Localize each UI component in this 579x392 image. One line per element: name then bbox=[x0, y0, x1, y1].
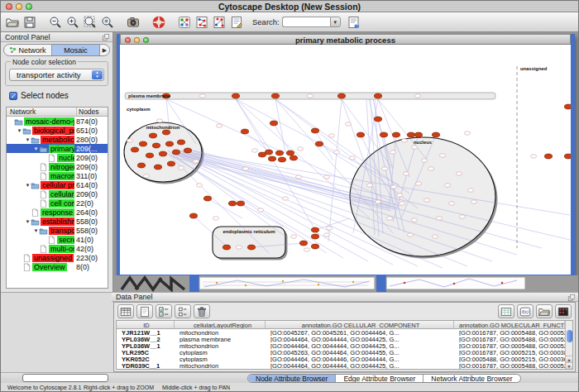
network-node[interactable] bbox=[432, 132, 439, 137]
table-cell[interactable]: YPL036W__2 bbox=[117, 336, 175, 342]
network-node-label[interactable] bbox=[411, 146, 417, 149]
vizmapper-button[interactable] bbox=[176, 14, 193, 31]
import-button[interactable] bbox=[346, 14, 362, 31]
network-node[interactable] bbox=[241, 129, 248, 134]
network-node-label[interactable] bbox=[216, 124, 222, 127]
network-node[interactable] bbox=[172, 150, 179, 155]
network-node[interactable] bbox=[167, 161, 175, 166]
network-node[interactable] bbox=[270, 121, 277, 126]
network-node-label[interactable] bbox=[178, 166, 184, 170]
search-dropdown-icon[interactable]: ▾ bbox=[330, 17, 341, 27]
network-node-label[interactable] bbox=[381, 167, 387, 170]
zoom-in-button[interactable] bbox=[65, 14, 81, 31]
tree-row[interactable]: ▼cellular process614(0) bbox=[7, 180, 108, 189]
tree-row[interactable]: multi-organism pro42(0) bbox=[7, 244, 108, 253]
network-node-label[interactable] bbox=[403, 172, 409, 175]
table-cell[interactable]: [GO:0044464, GO:0044444, GO:0044425, G..… bbox=[266, 362, 454, 369]
network-node-label[interactable] bbox=[199, 94, 205, 98]
table-cell[interactable]: [GO:0016787, GO:0005488, GO:0005215, G..… bbox=[454, 342, 565, 349]
network-node[interactable] bbox=[223, 245, 230, 250]
network-node[interactable] bbox=[564, 154, 571, 159]
network-node-label[interactable] bbox=[307, 94, 313, 98]
network-node[interactable] bbox=[139, 141, 146, 146]
tree-row[interactable]: secretion41(0) bbox=[7, 235, 108, 244]
network-node[interactable] bbox=[237, 201, 244, 206]
network-node-label[interactable] bbox=[242, 167, 248, 170]
network-node[interactable] bbox=[275, 151, 283, 155]
network-node[interactable] bbox=[311, 227, 318, 232]
network-node-label[interactable] bbox=[407, 233, 413, 237]
table-cell[interactable]: [GO:0045267, GO:0045261, GO:0044464, G..… bbox=[266, 329, 454, 336]
network-duplicate-button[interactable] bbox=[211, 14, 227, 31]
tree-row[interactable]: ▼metabolic process280(0) bbox=[7, 135, 108, 144]
table-row[interactable]: YJR121W__1mitochondrion[GO:0045267, GO:0… bbox=[117, 329, 565, 336]
network-node[interactable] bbox=[271, 93, 279, 98]
expander-icon[interactable]: ▼ bbox=[33, 146, 39, 151]
table-cell[interactable]: [GO:0016787, GO:0005488, GO:0005215, G..… bbox=[454, 329, 565, 336]
float-data-panel-icon[interactable] bbox=[567, 294, 576, 302]
table-cell[interactable]: [GO:0016787, GO:0005215, GO:0003824, G..… bbox=[454, 349, 565, 356]
network-node-label[interactable] bbox=[436, 217, 442, 220]
network-node-label[interactable] bbox=[421, 159, 427, 162]
table-cell[interactable]: [GO:0005488, GO:0005215, GO:0003674] bbox=[454, 356, 565, 362]
network-node-label[interactable] bbox=[428, 167, 433, 170]
tree-row[interactable]: macromolecule311(0) bbox=[7, 171, 108, 180]
network-node-label[interactable] bbox=[396, 194, 402, 197]
network-node[interactable] bbox=[392, 132, 400, 137]
table-cell[interactable]: mitochondrion bbox=[175, 362, 266, 369]
tree-row[interactable]: mosaic-demo-yeast874(0) bbox=[7, 117, 108, 126]
network-node-label[interactable] bbox=[251, 149, 257, 152]
network-node-label[interactable] bbox=[415, 182, 421, 185]
tab-edge-attribute-browser[interactable]: Edge Attribute Browser bbox=[335, 375, 423, 382]
network-node-label[interactable] bbox=[323, 175, 329, 179]
table-column-header[interactable]: annotation.GO MOLECULAR_FUNCTION bbox=[454, 321, 565, 329]
zoom-fit-button[interactable] bbox=[99, 14, 116, 31]
table-cell[interactable]: mitochondrion bbox=[175, 342, 266, 349]
network-node[interactable] bbox=[189, 213, 197, 218]
network-node[interactable] bbox=[131, 147, 138, 152]
table-cell[interactable]: cytoplasm bbox=[175, 356, 266, 362]
network-node-label[interactable] bbox=[411, 218, 417, 222]
table-cell[interactable]: mitochondrion bbox=[175, 329, 266, 336]
table-cell[interactable]: YJR121W__1 bbox=[117, 329, 175, 336]
network-node-label[interactable] bbox=[464, 131, 470, 135]
open-button[interactable] bbox=[4, 14, 21, 31]
network-node-label[interactable] bbox=[439, 154, 445, 157]
table-row[interactable]: YPL036W__1mitochondrion[GO:0044464, GO:0… bbox=[117, 342, 565, 349]
network-node[interactable] bbox=[311, 128, 318, 133]
tab-mosaic[interactable]: Mosaic bbox=[51, 45, 99, 55]
tree-row[interactable]: ▼establishment of lo558(0) bbox=[7, 217, 108, 226]
expander-icon[interactable]: ▼ bbox=[25, 219, 31, 224]
network-node-label[interactable] bbox=[328, 134, 334, 137]
attribute-delete-button[interactable] bbox=[194, 304, 210, 318]
tab-node-attribute-browser[interactable]: Node Attribute Browser bbox=[248, 375, 335, 382]
network-canvas[interactable]: plasma membranecytoplasmmitochondrionnuc… bbox=[120, 45, 571, 275]
network-node-label[interactable] bbox=[448, 202, 454, 205]
network-node-label[interactable] bbox=[444, 184, 450, 187]
network-node-label[interactable] bbox=[366, 184, 372, 187]
network-node-label[interactable] bbox=[297, 147, 303, 151]
table-scrollbar[interactable]: ▲ ▼ bbox=[565, 321, 572, 369]
node-color-dropdown[interactable]: transporter activity ▲▼ bbox=[9, 69, 104, 81]
network-node[interactable] bbox=[337, 93, 345, 98]
network-node[interactable] bbox=[286, 151, 294, 155]
table-cell[interactable]: [GO:0044464, GO:0044444, GO:0044425, G..… bbox=[266, 336, 454, 342]
network-create-button[interactable] bbox=[194, 14, 210, 31]
network-node[interactable] bbox=[380, 132, 387, 137]
tree-row[interactable]: nitrogen compo209(0) bbox=[7, 162, 108, 171]
network-node[interactable] bbox=[544, 154, 552, 159]
network-node-label[interactable] bbox=[295, 175, 301, 179]
network-node[interactable] bbox=[374, 93, 381, 98]
table-row[interactable]: YPL036W__2plasma membrane[GO:0044464, GO… bbox=[117, 336, 565, 342]
network-node[interactable] bbox=[564, 104, 571, 109]
network-node-label[interactable] bbox=[323, 233, 329, 237]
network-node[interactable] bbox=[146, 153, 153, 158]
network-node[interactable] bbox=[162, 130, 170, 135]
table-cell[interactable]: [GO:0016787, GO:0005488, GO:0005215, G..… bbox=[454, 336, 565, 342]
tree-row[interactable]: cellular metabo209(0) bbox=[7, 189, 108, 198]
tree-row[interactable]: cell communicat22(0) bbox=[7, 198, 108, 208]
attribute-select-button[interactable] bbox=[117, 304, 134, 318]
network-node[interactable] bbox=[258, 152, 266, 157]
network-node[interactable] bbox=[247, 245, 255, 250]
network-node-label[interactable] bbox=[349, 156, 355, 160]
